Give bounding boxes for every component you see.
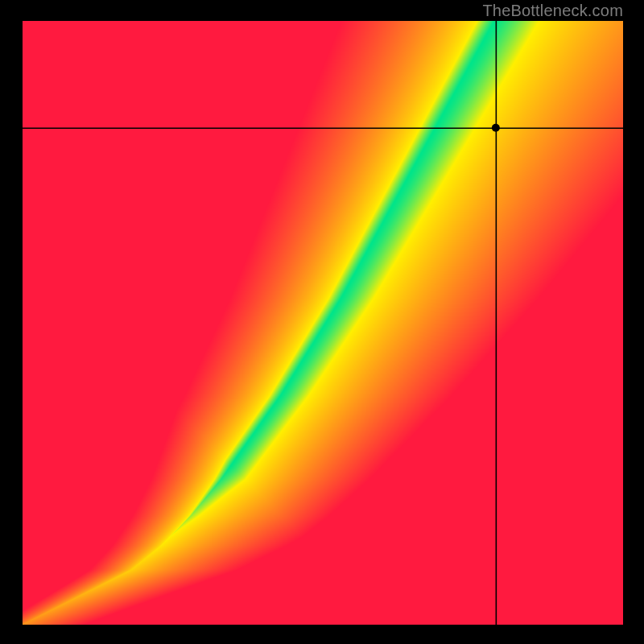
heatmap-canvas — [23, 21, 623, 625]
chart-frame: TheBottleneck.com — [0, 0, 644, 644]
watermark-text: TheBottleneck.com — [482, 2, 623, 20]
